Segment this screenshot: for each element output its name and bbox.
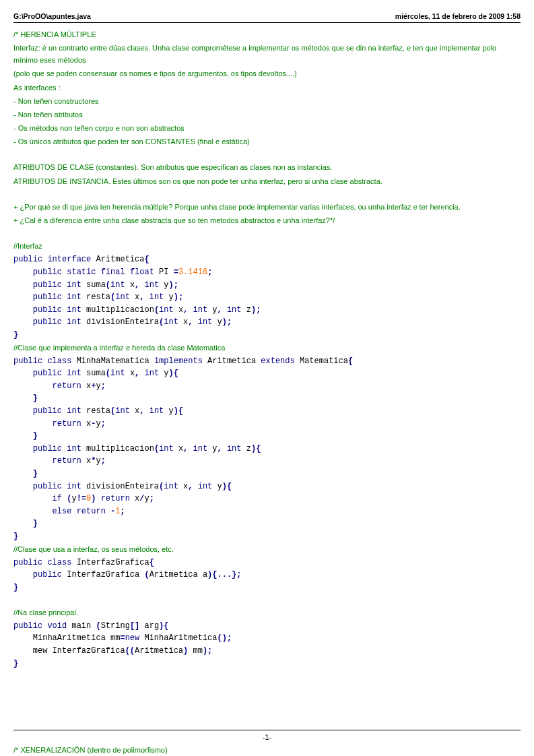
code-block-class: public class MinhaMatematica implements … — [13, 355, 521, 543]
comment-line: As interfaces : — [13, 82, 521, 94]
page-header: G:\ProOO\apuntes.java miércoles, 11 de f… — [13, 12, 521, 23]
file-path: G:\ProOO\apuntes.java — [13, 12, 91, 20]
comment-line: - Non teñen atributos — [13, 108, 521, 121]
code-block-grafica: public class InterfazGrafica{ public Int… — [13, 557, 521, 594]
file-datetime: miércoles, 11 de febrero de 2009 1:58 — [395, 12, 521, 20]
comment-line: //Clase que implementa a interfaz e here… — [13, 342, 521, 354]
code-block-interface: public interface Aritmetica{ public stat… — [13, 253, 521, 341]
comment-line: /* XENERALIZACIÓN (dentro de polimorfism… — [13, 744, 521, 756]
comment-line: + ¿Por qué se di que java ten herencia m… — [13, 201, 521, 213]
comment-line: - Os únicos atributos que poden ter son … — [13, 135, 521, 148]
blank-line — [13, 228, 521, 240]
comment-line: //Na clase principal. — [13, 606, 521, 619]
comment-line: //Interfaz — [13, 240, 521, 252]
comment-line: (polo que se poden consensuar os nomes e… — [13, 67, 521, 80]
blank-line — [13, 149, 521, 161]
comment-line: ATRIBUTOS DE CLASE (constantes). Son atr… — [13, 161, 521, 173]
blank-line — [13, 189, 521, 201]
comment-line: Interfaz: é un contrarto entre dúas clas… — [13, 42, 521, 66]
comment-line: - Non teñen constructores — [13, 95, 521, 107]
page-footer: -1- — [13, 730, 521, 741]
comment-line: + ¿Cal é a diferencia entre unha clase a… — [13, 214, 521, 226]
comment-line: ATRIBUTOS DE INSTANCIA. Estes últimos so… — [13, 175, 521, 187]
code-block-main: public void main (String[] arg){ MinhaAr… — [13, 620, 521, 670]
comment-line: //Clase que usa a interfaz, os seus méto… — [13, 543, 521, 555]
blank-line — [13, 594, 521, 606]
comment-line: - Os métodos non teñen corpo e non son a… — [13, 122, 521, 134]
page-number: -1- — [263, 733, 271, 741]
comment-line: /* HERENCIA MÚLTIPLE — [13, 28, 521, 40]
